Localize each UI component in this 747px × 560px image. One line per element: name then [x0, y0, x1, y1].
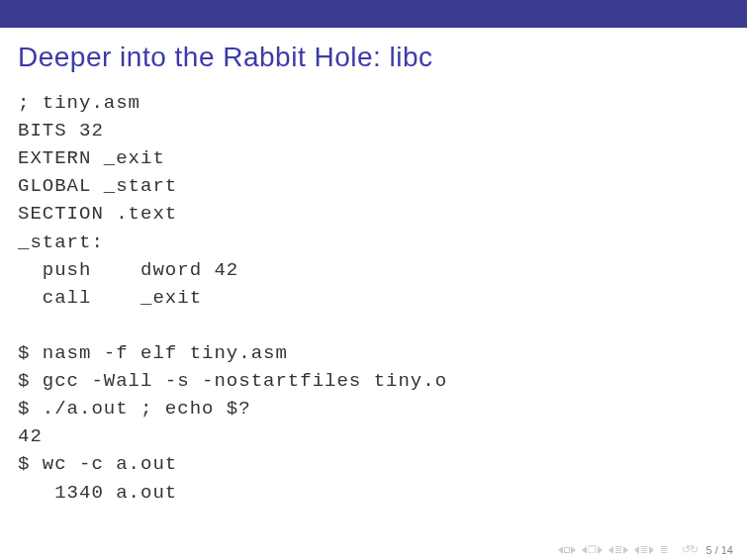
code-line: call _exit: [18, 287, 202, 309]
code-line: $ nasm -f elf tiny.asm: [18, 342, 288, 364]
code-line: push dword 42: [18, 259, 238, 281]
code-line: $ wc -c a.out: [18, 453, 177, 475]
code-line: _start:: [18, 232, 104, 253]
code-line: EXTERN _exit: [18, 147, 165, 169]
nav-first-icon[interactable]: [558, 546, 576, 554]
slide-title: Deeper into the Rabbit Hole: libc: [0, 28, 747, 79]
nav-loop-icons[interactable]: ↺↻: [682, 543, 698, 556]
code-line: ; tiny.asm: [18, 92, 140, 114]
code-line: GLOBAL _start: [18, 175, 177, 197]
code-line: $ ./a.out ; echo $?: [18, 398, 251, 420]
code-line: SECTION .text: [18, 203, 177, 225]
beamer-nav-icons[interactable]: ❐ ≣ ≣ ≣: [558, 544, 668, 555]
nav-next-icon[interactable]: ≣: [634, 544, 654, 555]
slide-header-bar: [0, 0, 747, 28]
slide-footer: ❐ ≣ ≣ ≣ ↺↻ 5 / 14: [558, 543, 733, 556]
code-block: ; tiny.asm BITS 32 EXTERN _exit GLOBAL _…: [0, 79, 747, 507]
code-line: 42: [18, 425, 43, 447]
nav-prev-icon[interactable]: ≣: [608, 544, 628, 555]
code-line: 1340 a.out: [18, 482, 177, 504]
code-line: BITS 32: [18, 120, 104, 141]
page-number: 5 / 14: [705, 544, 733, 556]
nav-goto-icon[interactable]: ≣: [660, 544, 668, 555]
code-line: $ gcc -Wall -s -nostartfiles tiny.o: [18, 370, 447, 392]
nav-prev-section-icon[interactable]: ❐: [582, 544, 603, 555]
